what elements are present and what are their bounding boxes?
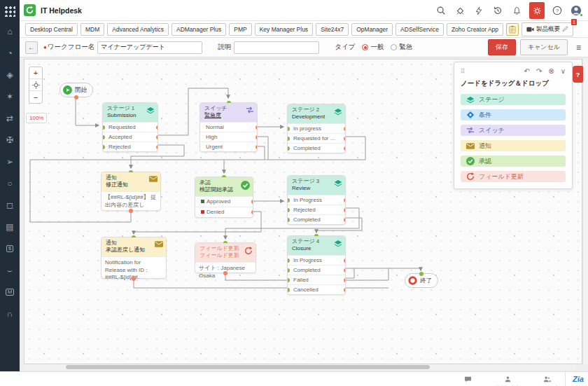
back-button[interactable]: ← xyxy=(25,41,38,54)
redo-icon[interactable]: ↷ xyxy=(536,68,542,75)
sidebar-item-database[interactable]: ▤ xyxy=(4,221,16,233)
node-approval-verification[interactable]: 承認 検証開始承認 Approved Denied xyxy=(195,177,253,218)
footer-chat-button[interactable]: チャット xyxy=(454,373,482,386)
workflow-toolbar: ← ● ワークフロー名 説明 タイプ 一般 緊急 保存 キャンセル ≡ xyxy=(20,38,588,57)
cancel-button[interactable]: キャンセル xyxy=(520,39,568,55)
tab-adselfservice[interactable]: ADSelfService xyxy=(396,23,444,36)
tab-mdm[interactable]: MDM xyxy=(80,23,104,36)
port xyxy=(419,272,424,276)
sidebar-item-bugs[interactable]: ✶ xyxy=(4,90,16,103)
clear-icon[interactable]: ⊗ xyxy=(548,68,554,75)
stage-row[interactable]: In progress xyxy=(288,123,345,133)
app-launcher-icon[interactable] xyxy=(4,6,15,17)
node-switch-urgency[interactable]: スイッチ 緊急度 Normal High Urgent xyxy=(200,102,258,152)
zoom-controls: + − xyxy=(29,67,43,104)
node-notification-correction[interactable]: 通知 修正通知 【##RL-${id}##】 提出内容の差戻し xyxy=(101,172,161,211)
palette-item-condition[interactable]: 条件 xyxy=(461,109,566,120)
sidebar-item-dashboard[interactable]: ◔ xyxy=(4,47,16,60)
sidebar-item-finance[interactable]: $ xyxy=(4,242,16,255)
flash-icon[interactable] xyxy=(472,4,485,17)
drag-handle-icon[interactable]: ⠿ xyxy=(461,68,465,75)
search-icon[interactable] xyxy=(435,4,447,17)
type-radio-general[interactable] xyxy=(362,44,368,50)
tab-opmanager[interactable]: OpManager xyxy=(351,23,393,36)
collapse-chevron-icon[interactable]: ∨ xyxy=(561,68,566,75)
sidebar-item-ideas[interactable]: ○ xyxy=(4,177,16,190)
sidebar-item-launch[interactable]: ➢ xyxy=(4,156,16,168)
end-node[interactable]: 終了 xyxy=(405,273,438,288)
zoom-out-button[interactable]: − xyxy=(29,91,42,103)
palette-item-label: ステージ xyxy=(479,95,505,104)
stage-row[interactable]: Requested xyxy=(103,122,158,132)
tab-advanced-analytics[interactable]: Advanced Analytics xyxy=(107,23,169,36)
sidebar-item-home[interactable]: ⌂ xyxy=(4,25,16,38)
product-tab-bar: Desktop Central MDM Advanced Analytics A… xyxy=(20,21,588,38)
node-field-update[interactable]: フィールド更新 フィールド更新 サイト : Japanese Osaka xyxy=(195,242,256,273)
history-icon[interactable] xyxy=(491,4,504,17)
zoom-in-button[interactable]: + xyxy=(29,67,42,79)
sidebar-item-assets[interactable]: ◻ xyxy=(4,199,16,212)
tab-admanager-plus[interactable]: ADManager Plus xyxy=(172,23,226,36)
user-avatar[interactable] xyxy=(570,4,582,17)
tab-pmp[interactable]: PMP xyxy=(229,23,251,36)
help-icon[interactable]: ? xyxy=(551,4,564,17)
node-notification-approval-return[interactable]: 通知 承認差戻し通知 Notification for Release with… xyxy=(101,237,167,279)
description-input[interactable] xyxy=(234,41,319,54)
fit-view-button[interactable] xyxy=(29,79,42,91)
stage-row[interactable]: Accepted xyxy=(103,132,158,142)
sidebar-item-marketplace[interactable]: M xyxy=(4,286,16,298)
explore-icon[interactable] xyxy=(454,4,466,17)
zia-assistant-button[interactable]: Zia xyxy=(565,372,584,386)
switch-case-row[interactable]: High xyxy=(200,132,257,142)
footer-groups-button[interactable]: グループ xyxy=(533,373,561,386)
stage-row[interactable]: Rejected xyxy=(103,142,158,151)
vertical-scrollbar[interactable] xyxy=(582,59,588,364)
sidebar-item-workflows[interactable]: ⇄ xyxy=(4,112,16,125)
tab-site24x7[interactable]: Site24x7 xyxy=(316,23,349,36)
settings-gear-icon[interactable] xyxy=(529,2,545,19)
approval-row-approved[interactable]: Approved xyxy=(195,196,253,207)
stage-row[interactable]: Completed xyxy=(288,265,345,275)
sidebar-item-integrations[interactable]: ✠ xyxy=(4,134,16,146)
approval-row-denied[interactable]: Denied xyxy=(195,207,253,217)
type-radio-urgent[interactable] xyxy=(391,44,397,50)
switch-case-row[interactable]: Urgent xyxy=(200,142,257,151)
tab-product-overview[interactable]: 製品概要 1 xyxy=(522,22,573,36)
help-tab-button[interactable]: ? xyxy=(573,66,583,83)
switch-case-row[interactable]: Normal xyxy=(200,122,257,132)
footer-technicians-button[interactable]: 技術担当者 xyxy=(490,373,525,386)
required-marker: ● xyxy=(43,44,47,50)
node-stage2-development[interactable]: ステージ 2 Development In progress Requested… xyxy=(287,104,346,153)
sidebar-item-releases[interactable]: ◈ xyxy=(4,69,16,81)
sidebar-item-vendors[interactable]: ⌣ xyxy=(4,264,16,277)
tab-zoho-creator-app[interactable]: Zoho Creator App xyxy=(447,23,503,36)
save-button[interactable]: 保存 xyxy=(488,39,516,55)
stage-row[interactable]: In Progress xyxy=(288,195,345,205)
stage-row[interactable]: Cancelled xyxy=(288,284,345,294)
node-type-label: ステージ 2 xyxy=(292,106,332,113)
undo-icon[interactable]: ↶ xyxy=(524,68,530,75)
stage-row[interactable]: Completed xyxy=(288,214,345,224)
tab-key-manager-plus[interactable]: Key Manager Plus xyxy=(255,23,313,36)
palette-item-approval[interactable]: 承認 xyxy=(461,156,566,167)
horizontal-scrollbar-thumb[interactable] xyxy=(66,365,430,369)
stage-row[interactable]: Requested for more in... xyxy=(288,133,345,143)
palette-item-field-update[interactable]: フィールド更新 xyxy=(461,171,566,182)
stage-row[interactable]: Rejected xyxy=(288,205,345,214)
node-stage1-submission[interactable]: ステージ 1 Submission Requested Accepted Rej… xyxy=(102,102,158,152)
start-node[interactable]: 開始 xyxy=(59,83,93,97)
node-stage3-review[interactable]: ステージ 3 Review In Progress Rejected Compl… xyxy=(287,175,346,225)
notes-clipboard-icon[interactable] xyxy=(506,23,519,36)
workflow-name-input[interactable] xyxy=(97,41,202,54)
palette-item-stage[interactable]: ステージ xyxy=(461,94,566,105)
more-menu-icon[interactable]: ≡ xyxy=(576,43,581,53)
palette-item-switch[interactable]: スイッチ xyxy=(461,125,566,136)
sidebar-item-support[interactable]: ∩ xyxy=(4,308,16,320)
stage-row[interactable]: In Progress xyxy=(288,255,345,265)
notifications-bell-icon[interactable] xyxy=(510,4,523,17)
stage-row[interactable]: Failed xyxy=(288,275,345,284)
stage-row[interactable]: Completed xyxy=(288,143,345,153)
node-stage4-closure[interactable]: ステージ 4 Closure In Progress Completed Fai… xyxy=(287,235,346,295)
tab-desktop-central[interactable]: Desktop Central xyxy=(25,23,78,36)
palette-item-notification[interactable]: 通知 xyxy=(461,140,566,151)
